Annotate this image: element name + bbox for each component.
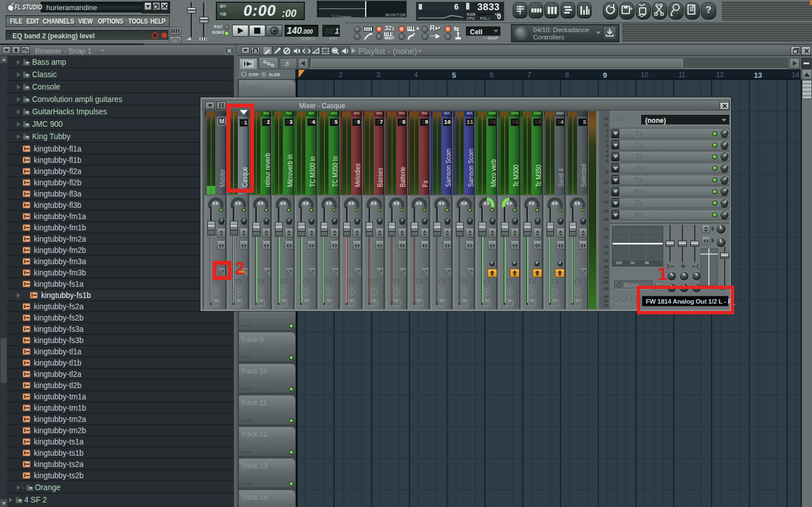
svg-text:+: + bbox=[629, 6, 633, 12]
